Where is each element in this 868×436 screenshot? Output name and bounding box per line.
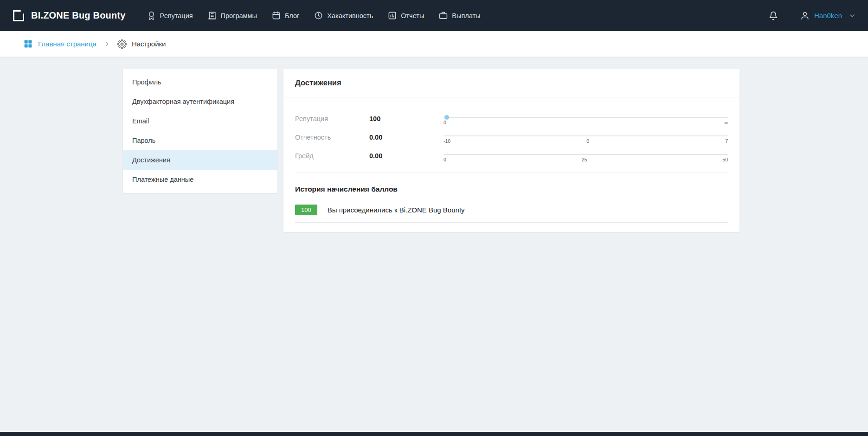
tick-label: 50 <box>722 157 728 162</box>
sidebar-item-2fa[interactable]: Двухфакторная аутентификация <box>123 92 277 111</box>
reputation-scale: 0 ∞ <box>444 112 728 125</box>
nav-label: Блог <box>285 12 299 19</box>
main-nav: Репутация Программы Блог <box>140 0 488 31</box>
header-right: Han0ken <box>766 8 856 23</box>
chevron-right-icon <box>104 41 110 47</box>
report-icon <box>388 11 397 20</box>
breadcrumb-home-link[interactable]: Главная страница <box>23 39 96 49</box>
metric-label: Грейд <box>295 152 369 160</box>
slider-track <box>444 135 728 136</box>
section-divider <box>295 173 728 173</box>
tick-label: 25 <box>582 157 587 162</box>
metric-row-grade: Грейд 0.00 0 25 50 <box>295 147 728 165</box>
achievements-panel: Достижения Репутация 100 0 ∞ Отчетность … <box>283 69 739 232</box>
nav-label: Хакактивность <box>327 12 373 19</box>
sidebar-item-payment-data[interactable]: Платежные данные <box>123 170 277 189</box>
nav-label: Репутация <box>160 12 193 19</box>
slider-marker-dot <box>444 115 449 120</box>
metric-label: Отчетность <box>295 134 369 141</box>
nav-item-blog[interactable]: Блог <box>264 0 307 31</box>
tick-label: 0 <box>444 157 446 162</box>
reporting-scale: -10 0 7 <box>444 131 728 144</box>
breadcrumb-home-label: Главная страница <box>38 40 96 48</box>
calendar-icon <box>272 11 281 20</box>
building-icon <box>208 11 217 20</box>
slider-track <box>444 154 728 155</box>
user-name: Han0ken <box>814 12 842 19</box>
brand[interactable]: BI.ZONE Bug Bounty <box>12 9 126 22</box>
metric-row-reputation: Репутация 100 0 ∞ <box>295 109 728 128</box>
metric-value: 0.00 <box>369 134 444 141</box>
nav-item-payouts[interactable]: Выплаты <box>431 0 488 31</box>
history-icon <box>314 11 323 20</box>
settings-sidebar: Профиль Двухфакторная аутентификация Ema… <box>123 69 277 193</box>
metric-value: 100 <box>369 115 444 122</box>
sidebar-item-email[interactable]: Email <box>123 111 277 131</box>
user-menu[interactable]: Han0ken <box>800 11 856 20</box>
briefcase-icon <box>439 11 448 20</box>
tick-label: 7 <box>725 138 728 144</box>
dashboard-grid-icon <box>23 39 33 49</box>
gear-icon <box>117 39 127 49</box>
breadcrumb: Главная страница Настройки <box>0 31 868 57</box>
sidebar-item-profile[interactable]: Профиль <box>123 72 277 92</box>
chevron-down-icon <box>849 12 856 19</box>
nav-item-reputation[interactable]: Репутация <box>140 0 200 31</box>
sidebar-item-password[interactable]: Пароль <box>123 131 277 150</box>
nav-label: Программы <box>221 12 257 19</box>
history-title: История начисления баллов <box>295 185 728 193</box>
bizone-logo-icon <box>12 9 25 22</box>
history-row: 100 Вы присоединились к Bi.ZONE Bug Boun… <box>295 205 728 223</box>
tick-label: ∞ <box>725 120 728 125</box>
history-text: Вы присоединились к Bi.ZONE Bug Bounty <box>328 206 465 214</box>
sidebar-item-achievements[interactable]: Достижения <box>123 150 277 170</box>
tick-label: 0 <box>586 138 589 144</box>
tick-label: 0 <box>444 120 446 125</box>
slider-track <box>444 117 728 118</box>
slider-ticks: -10 0 7 <box>444 138 728 144</box>
brand-name: BI.ZONE Bug Bounty <box>31 10 126 21</box>
slider-ticks: 0 ∞ <box>444 120 728 125</box>
nav-label: Отчеты <box>401 12 424 19</box>
nav-label: Выплаты <box>452 12 480 19</box>
metric-label: Репутация <box>295 115 369 122</box>
nav-item-programs[interactable]: Программы <box>200 0 264 31</box>
medal-icon <box>147 11 156 20</box>
nav-item-reports[interactable]: Отчеты <box>380 0 431 31</box>
footer-strip <box>0 432 868 436</box>
metric-value: 0.00 <box>369 152 444 160</box>
nav-item-hacktivity[interactable]: Хакактивность <box>307 0 380 31</box>
tick-label: -10 <box>444 138 450 144</box>
slider-ticks: 0 25 50 <box>444 157 728 162</box>
breadcrumb-current-label: Настройки <box>132 40 166 48</box>
breadcrumb-current: Настройки <box>117 39 166 49</box>
notifications-bell-icon[interactable] <box>766 8 781 23</box>
points-badge: 100 <box>295 205 317 215</box>
metric-row-reporting: Отчетность 0.00 -10 0 7 <box>295 128 728 147</box>
panel-title: Достижения <box>283 69 739 97</box>
app-header: BI.ZONE Bug Bounty Репутация Программы <box>0 0 868 31</box>
grade-scale: 0 25 50 <box>444 149 728 162</box>
panel-body: Репутация 100 0 ∞ Отчетность 0.00 -10 0 <box>283 97 739 223</box>
user-icon <box>800 11 810 20</box>
